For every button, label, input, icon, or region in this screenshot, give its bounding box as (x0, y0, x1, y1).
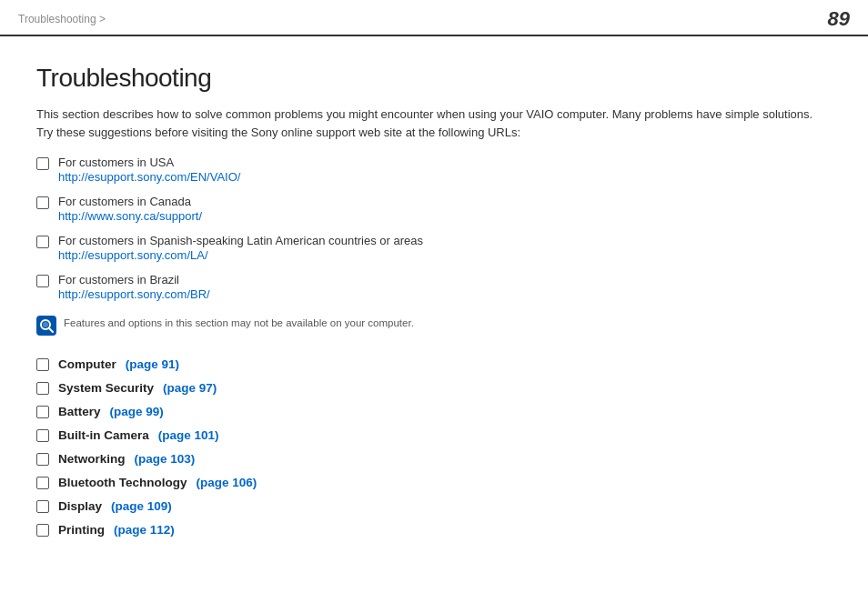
section-nav-list: Computer (page 91) System Security (page… (36, 357, 832, 537)
support-link-1[interactable]: http://www.sony.ca/support/ (58, 209, 202, 223)
bullet-checkbox-icon (36, 500, 49, 513)
bullet-checkbox-icon (36, 196, 49, 209)
list-item: Bluetooth Technology (page 106) (36, 475, 832, 489)
support-link-2[interactable]: http://esupport.sony.com/LA/ (58, 248, 423, 262)
page-header: Troubleshooting > 89 (0, 0, 868, 36)
support-links-list: For customers in USA http://esupport.son… (36, 156, 832, 301)
note-icon (36, 316, 56, 338)
svg-point-3 (43, 322, 48, 327)
section-link-3[interactable]: (page 101) (158, 428, 219, 442)
support-link-0[interactable]: http://esupport.sony.com/EN/VAIO/ (58, 170, 240, 184)
section-label-5: Bluetooth Technology (58, 476, 187, 489)
support-link-3[interactable]: http://esupport.sony.com/BR/ (58, 287, 210, 301)
bullet-checkbox-icon (36, 275, 49, 287)
list-item: Printing (page 112) (36, 522, 832, 537)
list-item: Computer (page 91) (36, 357, 832, 371)
note-area: Features and options in this section may… (36, 316, 832, 338)
list-item: System Security (page 97) (36, 380, 832, 395)
list-item: For customers in Brazil http://esupport.… (36, 273, 832, 301)
section-label-4: Networking (58, 452, 126, 466)
main-content: Troubleshooting This section describes h… (0, 36, 868, 564)
section-label-6: Display (58, 499, 102, 513)
list-item: For customers in Canada http://www.sony.… (36, 195, 832, 223)
bullet-checkbox-icon (36, 382, 49, 395)
support-label-0: For customers in USA (58, 156, 240, 169)
section-label-2: Battery (58, 405, 101, 418)
list-item-content: For customers in Spanish-speaking Latin … (58, 234, 423, 262)
section-link-5[interactable]: (page 106) (197, 476, 257, 489)
support-label-3: For customers in Brazil (58, 273, 210, 286)
note-text: Features and options in this section may… (64, 317, 414, 328)
section-label-7: Printing (58, 523, 105, 537)
section-link-4[interactable]: (page 103) (135, 452, 196, 466)
magnifier-icon (36, 316, 56, 336)
intro-paragraph: This section describes how to solve comm… (36, 106, 832, 141)
bullet-checkbox-icon (36, 406, 49, 418)
section-link-0[interactable]: (page 91) (126, 357, 179, 371)
bullet-checkbox-icon (36, 236, 49, 248)
section-label-0: Computer (58, 357, 116, 371)
section-label-1: System Security (58, 381, 154, 395)
bullet-checkbox-icon (36, 429, 49, 442)
list-item-content: For customers in Canada http://www.sony.… (58, 195, 202, 223)
section-link-7[interactable]: (page 112) (114, 523, 175, 537)
page-number: 89 (828, 7, 850, 31)
bullet-checkbox-icon (36, 358, 49, 371)
list-item: Display (page 109) (36, 498, 832, 513)
bullet-checkbox-icon (36, 453, 49, 466)
list-item: Battery (page 99) (36, 404, 832, 418)
list-item: Networking (page 103) (36, 451, 832, 466)
bullet-checkbox-icon (36, 524, 49, 537)
list-item: Built-in Camera (page 101) (36, 427, 832, 442)
support-label-1: For customers in Canada (58, 195, 202, 208)
list-item: For customers in USA http://esupport.son… (36, 156, 832, 184)
support-label-2: For customers in Spanish-speaking Latin … (58, 234, 423, 247)
section-link-1[interactable]: (page 97) (163, 381, 217, 395)
section-label-3: Built-in Camera (58, 428, 149, 442)
list-item-content: For customers in USA http://esupport.son… (58, 156, 240, 184)
section-link-2[interactable]: (page 99) (110, 405, 164, 418)
list-item: For customers in Spanish-speaking Latin … (36, 234, 832, 262)
bullet-checkbox-icon (36, 157, 49, 170)
bullet-checkbox-icon (36, 477, 49, 489)
page-title: Troubleshooting (36, 64, 832, 93)
breadcrumb: Troubleshooting > (18, 13, 106, 25)
list-item-content: For customers in Brazil http://esupport.… (58, 273, 210, 301)
section-link-6[interactable]: (page 109) (111, 499, 172, 513)
